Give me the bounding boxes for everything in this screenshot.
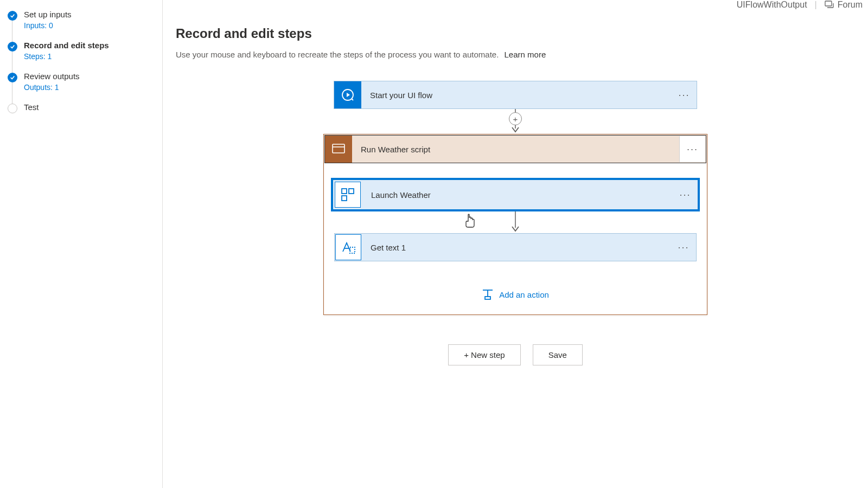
wizard-sidebar: Set up inputs Inputs: 0 Record and edit … xyxy=(0,0,163,488)
flow-group-run-script: Run Weather script ··· Launch Weather ··… xyxy=(323,134,707,315)
wizard-step-title: Test xyxy=(24,102,39,112)
script-icon xyxy=(325,136,352,163)
check-icon xyxy=(8,11,17,21)
wizard-step-record[interactable]: Record and edit steps Steps: 1 xyxy=(8,37,162,68)
add-action-label: Add an action xyxy=(499,290,549,299)
page-title: Record and edit steps xyxy=(176,26,855,41)
wizard-step-inputs[interactable]: Set up inputs Inputs: 0 xyxy=(8,7,162,37)
insert-step-button[interactable]: + xyxy=(509,112,522,125)
wizard-step-outputs[interactable]: Review outputs Outputs: 1 xyxy=(8,68,162,99)
check-icon xyxy=(8,73,17,82)
wizard-step-title: Review outputs xyxy=(24,72,80,81)
flow-connector xyxy=(334,211,697,233)
wizard-step-title: Record and edit steps xyxy=(24,41,109,50)
app-grid-icon xyxy=(335,182,361,208)
add-action-button[interactable]: Add an action xyxy=(482,288,549,300)
page-description: Use your mouse and keyboard to recreate … xyxy=(176,50,855,59)
check-icon xyxy=(8,42,17,52)
flow-start-card[interactable]: Start your UI flow ··· xyxy=(334,81,697,109)
wizard-step-sub: Inputs: 0 xyxy=(24,21,72,30)
wizard-step-sub: Steps: 1 xyxy=(24,52,109,61)
svg-rect-10 xyxy=(350,247,355,253)
card-menu-button[interactable]: ··· xyxy=(673,189,698,201)
wizard-step-sub: Outputs: 1 xyxy=(24,83,80,92)
flow-start-label: Start your UI flow xyxy=(361,91,672,100)
svg-rect-13 xyxy=(485,297,490,299)
flow-step-label: Get text 1 xyxy=(362,243,671,252)
svg-rect-7 xyxy=(342,196,347,201)
wizard-step-test[interactable]: Test xyxy=(8,99,162,121)
flow-connector: + xyxy=(334,109,697,134)
flow-step-get-text[interactable]: Get text 1 ··· xyxy=(334,233,697,261)
card-menu-button[interactable]: ··· xyxy=(672,89,697,101)
flow-group-header[interactable]: Run Weather script ··· xyxy=(324,135,706,163)
card-menu-button[interactable]: ··· xyxy=(671,242,696,253)
wizard-step-title: Set up inputs xyxy=(24,10,72,19)
new-step-button[interactable]: + New step xyxy=(448,344,520,365)
circle-icon xyxy=(8,104,17,113)
card-menu-button[interactable]: ··· xyxy=(679,136,705,162)
flow-step-launch-weather[interactable]: Launch Weather ··· xyxy=(331,178,700,211)
main-content: Record and edit steps Use your mouse and… xyxy=(163,0,868,488)
text-capture-icon xyxy=(335,234,361,260)
play-record-icon xyxy=(334,81,361,108)
svg-rect-5 xyxy=(342,189,347,194)
add-action-icon xyxy=(482,288,494,300)
svg-rect-3 xyxy=(333,144,344,153)
flow-step-label: Launch Weather xyxy=(362,190,673,200)
save-button[interactable]: Save xyxy=(533,344,583,365)
flow-group-label: Run Weather script xyxy=(352,136,679,163)
svg-rect-6 xyxy=(349,189,354,194)
learn-more-link[interactable]: Learn more xyxy=(505,50,546,59)
